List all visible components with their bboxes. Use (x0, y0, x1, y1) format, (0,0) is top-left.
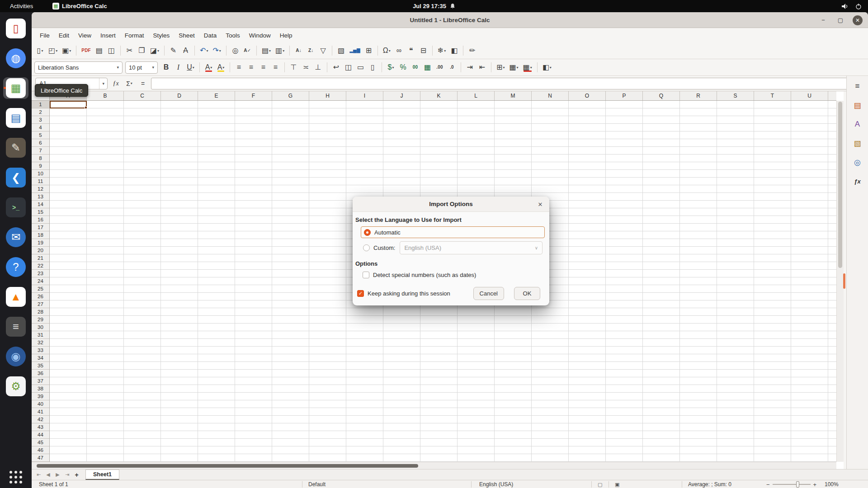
column-header-R[interactable]: R (680, 91, 717, 100)
delete-decimal-place-button[interactable]: .0 (446, 61, 458, 74)
menu-data[interactable]: Data (199, 30, 222, 41)
row-header-7[interactable]: 7 (32, 147, 49, 155)
insert-comment-button[interactable]: ❝ (406, 44, 417, 57)
row-header-14[interactable]: 14 (32, 201, 49, 208)
row-header-40[interactable]: 40 (32, 400, 49, 408)
paste-button[interactable]: ◪▾ (148, 44, 161, 57)
redo-button[interactable]: ↷▾ (211, 44, 222, 57)
row-header-44[interactable]: 44 (32, 431, 49, 439)
export-as-pdf-button[interactable]: PDF (80, 44, 93, 57)
print-button[interactable]: ▤ (94, 44, 105, 57)
chevron-down-icon[interactable]: ▾ (99, 78, 107, 89)
sort-ascending-button[interactable]: A↓ (293, 44, 304, 57)
increase-indent-button[interactable]: ⇥ (464, 61, 476, 74)
justified-button[interactable]: ≡ (270, 61, 281, 74)
close-button[interactable]: ✕ (853, 15, 863, 25)
menu-window[interactable]: Window (245, 30, 275, 41)
sheet-tab-sheet1[interactable]: Sheet1 (85, 469, 119, 480)
column-header-N[interactable]: N (532, 91, 569, 100)
column-header-Q[interactable]: Q (643, 91, 680, 100)
dock-item-vscode[interactable]: ❮ (3, 167, 28, 188)
dock-item-software-settings[interactable]: ⚙ (3, 375, 28, 397)
row-header-8[interactable]: 8 (32, 155, 49, 162)
column-header-E[interactable]: E (198, 91, 235, 100)
dock-item-help[interactable]: ? (3, 256, 28, 278)
row-header-12[interactable]: 12 (32, 185, 49, 193)
selection-statistics[interactable]: Average: ; Sum: 0 (688, 480, 731, 488)
cancel-button[interactable]: Cancel (473, 287, 504, 300)
row-header-45[interactable]: 45 (32, 439, 49, 446)
insert-hyperlink-button[interactable]: ∞ (393, 44, 405, 57)
row-header-13[interactable]: 13 (32, 193, 49, 201)
row-header-33[interactable]: 33 (32, 347, 49, 354)
print-preview-button[interactable]: ◫ (106, 44, 117, 57)
merge-cells-button[interactable]: ▭ (355, 61, 366, 74)
font-size-combo[interactable]: 10 pt ▾ (125, 61, 158, 74)
column-header-D[interactable]: D (161, 91, 198, 100)
align-left-button[interactable]: ≡ (233, 61, 245, 74)
row-header-29[interactable]: 29 (32, 316, 49, 324)
row-header-5[interactable]: 5 (32, 131, 49, 139)
zoom-track[interactable] (773, 484, 811, 485)
row-header-24[interactable]: 24 (32, 277, 49, 285)
vertical-scrollbar-thumb[interactable] (838, 102, 842, 268)
sort-descending-button[interactable]: Z↓ (305, 44, 316, 57)
row-header-16[interactable]: 16 (32, 216, 49, 224)
row-header-21[interactable]: 21 (32, 254, 49, 262)
row-header-39[interactable]: 39 (32, 393, 49, 400)
format-as-currency-button[interactable]: $▾ (385, 61, 396, 74)
column-header-I[interactable]: I (346, 91, 383, 100)
split-window-button[interactable]: ◧ (448, 44, 460, 57)
function-wizard-button[interactable]: ƒx (110, 78, 121, 89)
row-header-36[interactable]: 36 (32, 370, 49, 377)
row-header-34[interactable]: 34 (32, 354, 49, 362)
sidebar-show-button[interactable] (843, 273, 845, 289)
row-header-47[interactable]: 47 (32, 454, 49, 462)
format-as-number-button[interactable]: 00 (410, 61, 421, 74)
insert-pivot-table-button[interactable]: ⊞ (363, 44, 374, 57)
zoom-slider[interactable]: − + (766, 480, 816, 488)
align-top-button[interactable]: ⊤ (288, 61, 299, 74)
row-header-26[interactable]: 26 (32, 293, 49, 300)
text-language[interactable]: English (USA) (479, 480, 513, 488)
column-header-M[interactable]: M (495, 91, 532, 100)
insert-special-character-button[interactable]: Ω▾ (381, 44, 392, 57)
row-header-38[interactable]: 38 (32, 385, 49, 393)
row-header-41[interactable]: 41 (32, 408, 49, 416)
custom-language-select[interactable]: English (USA) ∨ (400, 241, 542, 254)
column-header-H[interactable]: H (309, 91, 346, 100)
page-style[interactable]: Default (308, 480, 326, 488)
properties-deck-icon[interactable]: ▤ (850, 99, 865, 112)
row-header-19[interactable]: 19 (32, 239, 49, 247)
dialog-title-bar[interactable]: Import Options ✕ (353, 197, 549, 212)
row-header-46[interactable]: 46 (32, 446, 49, 454)
row-header-11[interactable]: 11 (32, 178, 49, 185)
menu-styles[interactable]: Styles (149, 30, 175, 41)
dialog-close-button[interactable]: ✕ (536, 200, 545, 209)
border-style-button[interactable]: ▦▾ (507, 61, 520, 74)
new-document-button[interactable]: ▯▾ (34, 44, 46, 57)
insert-chart-button[interactable]: ▂▅▇ (348, 44, 362, 57)
minimize-button[interactable]: − (818, 15, 828, 25)
borders-button[interactable]: ⊞▾ (495, 61, 506, 74)
activities-button[interactable]: Activities (7, 0, 36, 12)
automatic-option-row[interactable]: Automatic (361, 226, 545, 238)
menu-view[interactable]: View (74, 30, 96, 41)
dock-item-gimp[interactable]: ✎ (3, 137, 28, 159)
column-header-U[interactable]: U (791, 91, 828, 100)
insert-image-button[interactable]: ▧ (335, 44, 347, 57)
formula-input[interactable] (151, 78, 854, 89)
row-header-37[interactable]: 37 (32, 377, 49, 385)
merge-and-center-cells-button[interactable]: ◫ (343, 61, 354, 74)
clone-formatting-button[interactable]: ✎ (168, 44, 179, 57)
border-color-button[interactable]: ▦▾ (521, 61, 534, 74)
sidebar-settings-icon[interactable]: ≡ (850, 80, 865, 93)
dock-item-web-browser[interactable]: ◉ (3, 346, 28, 367)
row-header-9[interactable]: 9 (32, 162, 49, 170)
menu-help[interactable]: Help (275, 30, 297, 41)
zoom-handle[interactable] (796, 481, 799, 488)
menu-sheet[interactable]: Sheet (174, 30, 199, 41)
find-and-replace-button[interactable]: ◎ (230, 44, 241, 57)
wrap-text-button[interactable]: ↩ (330, 61, 342, 74)
clock-menu[interactable]: Jul 29 17:35 (413, 0, 455, 12)
